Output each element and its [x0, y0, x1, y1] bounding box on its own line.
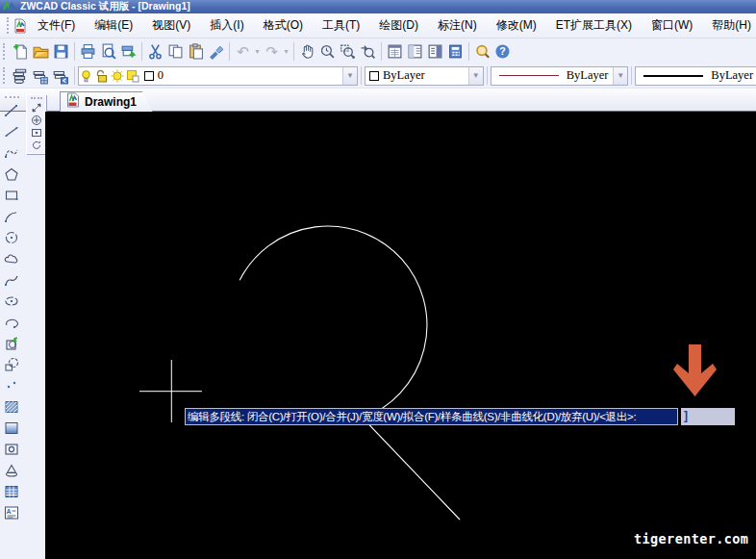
- document-tab-strip: Drawing1: [0, 89, 756, 112]
- mini-tool-4-icon[interactable]: [29, 139, 43, 151]
- menu-format[interactable]: 格式(O): [254, 13, 313, 38]
- properties-icon[interactable]: [385, 41, 405, 62]
- redo-dropdown-icon[interactable]: ▾: [282, 47, 290, 56]
- toolbar-grip[interactable]: [3, 43, 7, 60]
- linetype-combo-dropdown[interactable]: ▼: [613, 67, 627, 85]
- print-icon[interactable]: [78, 41, 98, 62]
- gradient-icon[interactable]: [3, 419, 21, 436]
- menu-et-express[interactable]: ET扩展工具(X): [546, 13, 642, 38]
- separator: [468, 42, 469, 61]
- table-icon[interactable]: [3, 483, 21, 499]
- point-icon[interactable]: [3, 377, 21, 394]
- separator: [381, 42, 382, 61]
- quick-calc-icon[interactable]: [445, 41, 466, 62]
- mini-tool-3-icon[interactable]: [29, 126, 43, 139]
- menu-dimension[interactable]: 标注(N): [428, 13, 487, 38]
- separator: [631, 66, 632, 85]
- tab-label: Drawing1: [85, 95, 137, 109]
- undo-dropdown-icon[interactable]: ▾: [253, 47, 262, 56]
- polyline-icon[interactable]: [3, 144, 21, 161]
- paste-icon[interactable]: [186, 41, 206, 62]
- tool-palettes-icon[interactable]: [425, 41, 445, 62]
- toolbar-grip[interactable]: [3, 67, 7, 84]
- region-icon[interactable]: [3, 441, 21, 457]
- polyline-entity: [239, 226, 460, 520]
- window-title: ZWCAD Classic 试用版 - [Drawing1]: [20, 0, 190, 13]
- hatch-icon[interactable]: [3, 398, 21, 415]
- unlock-icon[interactable]: [94, 68, 110, 84]
- menu-view[interactable]: 视图(V): [142, 13, 200, 38]
- menubar-grip[interactable]: [7, 17, 9, 34]
- arc-icon[interactable]: [3, 208, 21, 224]
- color-combo[interactable]: ByLayer ▼: [365, 66, 484, 86]
- layer-combo[interactable]: 0 ▼: [78, 66, 358, 86]
- mini-tool-2-icon[interactable]: [29, 114, 43, 126]
- layer-previous-icon[interactable]: [51, 65, 71, 86]
- menu-file[interactable]: 文件(F): [28, 13, 85, 38]
- line-icon[interactable]: [3, 102, 21, 118]
- menu-modify[interactable]: 修改(M): [487, 13, 546, 38]
- find-icon[interactable]: [472, 41, 492, 62]
- canvas-entities: [45, 112, 756, 559]
- insert-block-icon[interactable]: [3, 335, 21, 351]
- menu-edit[interactable]: 编辑(E): [85, 13, 142, 38]
- wipeout-icon[interactable]: [3, 462, 21, 478]
- new-icon[interactable]: [11, 41, 31, 62]
- menu-help[interactable]: 帮助(H): [702, 13, 756, 38]
- bulb-on-icon[interactable]: [79, 68, 94, 84]
- watermark-text: tigerenter.com: [634, 531, 756, 546]
- save-icon[interactable]: [51, 41, 71, 62]
- match-properties-icon[interactable]: [206, 41, 226, 62]
- viewport-freeze-icon[interactable]: [125, 68, 140, 84]
- separator: [229, 42, 230, 61]
- layer-states-icon[interactable]: [31, 65, 51, 86]
- design-center-icon[interactable]: [405, 41, 425, 62]
- sun-icon[interactable]: [110, 68, 125, 84]
- color-combo-dropdown[interactable]: ▼: [468, 67, 483, 85]
- undo-icon[interactable]: ↶: [233, 41, 253, 62]
- ellipse-arc-icon[interactable]: [3, 314, 21, 330]
- menu-bar: 文件(F) 编辑(E) 视图(V) 插入(I) 格式(O) 工具(T) 绘图(D…: [0, 13, 756, 38]
- menu-draw[interactable]: 绘图(D): [369, 13, 428, 38]
- redo-icon[interactable]: ↷: [262, 41, 282, 62]
- separator: [361, 66, 362, 85]
- print-preview-icon[interactable]: [98, 41, 118, 62]
- cut-icon[interactable]: [145, 41, 165, 62]
- toolbar-grip[interactable]: [31, 97, 42, 100]
- dwg-document-icon[interactable]: [13, 15, 28, 36]
- help-icon[interactable]: ?: [492, 41, 513, 62]
- revision-cloud-icon[interactable]: [3, 250, 21, 267]
- multiline-text-icon[interactable]: A: [3, 504, 21, 521]
- command-input-field[interactable]: ]: [681, 408, 735, 425]
- pan-icon[interactable]: [297, 41, 317, 62]
- rectangle-icon[interactable]: [3, 187, 21, 203]
- lineweight-sample: [643, 75, 703, 77]
- plot-icon[interactable]: [118, 41, 139, 62]
- layer-combo-dropdown[interactable]: ▼: [342, 67, 357, 85]
- linetype-combo[interactable]: ByLayer ▼: [491, 66, 629, 86]
- tab-drawing1[interactable]: Drawing1: [60, 91, 153, 112]
- zoom-previous-icon[interactable]: [358, 41, 378, 62]
- command-prompt-selected[interactable]: 编辑多段线: 闭合(C)/打开(O)/合并(J)/宽度(W)/拟合(F)/样条曲…: [185, 408, 678, 425]
- mini-tool-1-icon[interactable]: [29, 101, 43, 114]
- menu-tools[interactable]: 工具(T): [313, 13, 369, 38]
- separator: [487, 66, 488, 85]
- left-panel: A: [0, 112, 45, 559]
- zoom-realtime-icon[interactable]: [317, 41, 338, 62]
- open-icon[interactable]: [31, 41, 51, 62]
- layer-properties-icon[interactable]: [11, 65, 31, 86]
- polygon-icon[interactable]: [3, 165, 21, 182]
- ellipse-icon[interactable]: [3, 292, 21, 309]
- separator: [293, 42, 294, 61]
- circle-icon[interactable]: [3, 229, 21, 245]
- zoom-window-icon[interactable]: [338, 41, 358, 62]
- drawing-canvas[interactable]: 编辑多段线: 闭合(C)/打开(O)/合并(J)/宽度(W)/拟合(F)/样条曲…: [45, 112, 756, 559]
- toolbar-grip[interactable]: [5, 96, 19, 100]
- menu-insert[interactable]: 插入(I): [200, 13, 253, 38]
- construction-line-icon[interactable]: [3, 123, 21, 140]
- lineweight-combo[interactable]: ByLayer: [635, 66, 756, 86]
- make-block-icon[interactable]: [3, 356, 21, 372]
- spline-icon[interactable]: [3, 271, 21, 288]
- menu-window[interactable]: 窗口(W): [642, 13, 702, 38]
- copy-icon[interactable]: [165, 41, 186, 62]
